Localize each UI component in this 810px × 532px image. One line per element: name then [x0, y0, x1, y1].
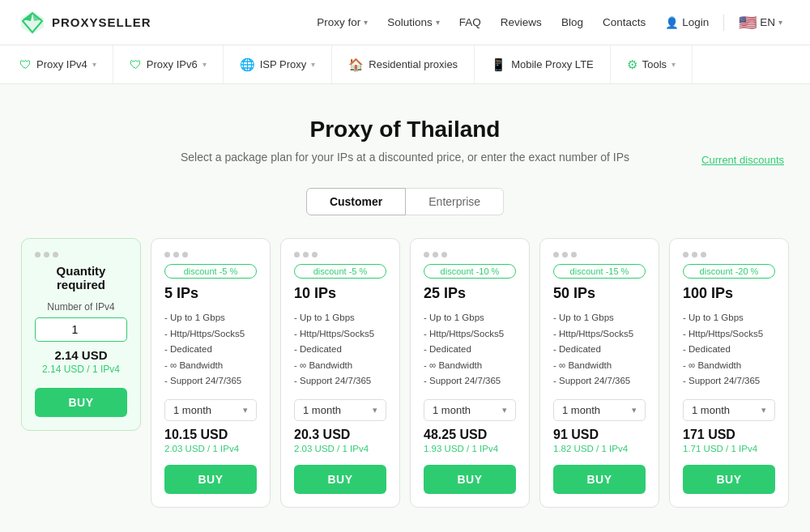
- month-select-2[interactable]: 1 month ▾: [424, 399, 516, 421]
- main-content: Proxy of Thailand Select a package plan …: [0, 84, 810, 532]
- card-ips-title: 25 IPs: [424, 285, 516, 302]
- feature-support: Support 24/7/365: [553, 373, 646, 389]
- pricing-cards-row: Quantity required Number of IPv4 2.14 US…: [19, 238, 791, 508]
- buy-button-qty[interactable]: BUY: [35, 388, 127, 417]
- buy-button-1[interactable]: BUY: [294, 465, 386, 494]
- card-ips-title: 10 IPs: [294, 285, 386, 302]
- dot: [182, 252, 188, 257]
- feature-support: Support 24/7/365: [424, 373, 516, 389]
- feature-bandwidth: - ∞ Bandwidth: [164, 358, 257, 374]
- quantity-price: 2.14 USD: [35, 348, 127, 362]
- logo[interactable]: PROXYSELLER: [19, 10, 151, 36]
- dot: [424, 252, 429, 257]
- dot: [571, 252, 577, 257]
- logo-icon: [19, 10, 45, 36]
- tab-customer[interactable]: Customer: [306, 188, 406, 215]
- dot: [553, 252, 559, 257]
- isp-icon: 🌐: [240, 57, 255, 72]
- feature-speed: Up to 1 Gbps: [424, 310, 516, 326]
- feature-speed: Up to 1 Gbps: [553, 310, 646, 326]
- card-price-3: 91 USD: [553, 428, 646, 442]
- ipv4-label: Number of IPv4: [35, 301, 127, 313]
- nav-blog[interactable]: Blog: [553, 11, 591, 33]
- plan-tabs: Customer Enterprise: [19, 188, 791, 215]
- chevron-down-icon: ▾: [92, 60, 96, 69]
- card-features: Up to 1 Gbps Http/Https/Socks5 Dedicated…: [164, 310, 257, 389]
- feature-speed: Up to 1 Gbps: [683, 310, 775, 326]
- dot: [35, 252, 40, 257]
- pricing-card-5ips: discount -5 % 5 IPs Up to 1 Gbps Http/Ht…: [151, 238, 271, 508]
- month-select-3[interactable]: 1 month ▾: [553, 399, 646, 421]
- residential-icon: 🏠: [348, 57, 364, 72]
- chevron-down-icon: ▾: [436, 18, 440, 27]
- nav-solutions[interactable]: Solutions ▾: [379, 11, 448, 33]
- ipv4-icon: 🛡: [19, 57, 32, 71]
- chevron-down-icon: ▾: [632, 405, 637, 415]
- buy-button-4[interactable]: BUY: [683, 465, 775, 494]
- discount-badge: discount -10 %: [424, 264, 516, 279]
- subnav-proxy-ipv4[interactable]: 🛡 Proxy IPv4 ▾: [19, 45, 113, 83]
- discount-badge: discount -15 %: [553, 264, 646, 279]
- card-price-1: 20.3 USD: [294, 428, 386, 442]
- card-features: Up to 1 Gbps Http/Https/Socks5 Dedicated…: [683, 310, 775, 389]
- subnav-mobile-lte[interactable]: 📱 Mobile Proxy LTE: [475, 45, 611, 83]
- feature-dedicated: Dedicated: [553, 342, 646, 358]
- month-select-1[interactable]: 1 month ▾: [294, 399, 386, 421]
- feature-protocol: Http/Https/Socks5: [294, 326, 386, 343]
- nav-language[interactable]: 🇺🇸 EN ▾: [731, 9, 791, 36]
- top-navigation: PROXYSELLER Proxy for ▾ Solutions ▾ FAQ …: [0, 0, 810, 45]
- card-features: Up to 1 Gbps Http/Https/Socks5 Dedicated…: [424, 310, 516, 389]
- person-icon: 👤: [665, 16, 679, 29]
- subnav-residential[interactable]: 🏠 Residential proxies: [332, 45, 475, 83]
- card-ips-title: 5 IPs: [164, 285, 257, 302]
- subnav-tools[interactable]: ⚙ Tools ▾: [611, 45, 693, 83]
- chevron-down-icon: ▾: [364, 18, 368, 27]
- feature-bandwidth: - ∞ Bandwidth: [553, 358, 646, 374]
- mobile-icon: 📱: [491, 57, 506, 72]
- card-ips-title: 50 IPs: [553, 285, 646, 302]
- card-dots: [553, 252, 646, 257]
- ipv6-icon: 🛡: [130, 57, 142, 71]
- card-price-per-1: 2.03 USD / 1 IPv4: [294, 444, 386, 453]
- dot: [312, 252, 318, 257]
- feature-support: Support 24/7/365: [164, 373, 257, 389]
- chevron-down-icon: ▾: [761, 405, 766, 415]
- card-price-4: 171 USD: [683, 428, 775, 442]
- pricing-card-100ips: discount -20 % 100 IPs Up to 1 Gbps Http…: [669, 238, 789, 508]
- sub-navigation: 🛡 Proxy IPv4 ▾ 🛡 Proxy IPv6 ▾ 🌐 ISP Prox…: [0, 45, 810, 84]
- feature-bandwidth: - ∞ Bandwidth: [424, 358, 516, 374]
- month-select-0[interactable]: 1 month ▾: [164, 399, 257, 421]
- nav-faq[interactable]: FAQ: [451, 11, 489, 33]
- subnav-proxy-ipv6[interactable]: 🛡 Proxy IPv6 ▾: [113, 45, 224, 83]
- buy-button-2[interactable]: BUY: [424, 465, 516, 494]
- card-dots: [424, 252, 516, 257]
- buy-button-3[interactable]: BUY: [553, 465, 646, 494]
- feature-bandwidth: - ∞ Bandwidth: [683, 358, 775, 374]
- buy-button-0[interactable]: BUY: [164, 465, 257, 494]
- quantity-title: Quantity required: [35, 264, 127, 292]
- chevron-down-icon: ▾: [671, 60, 676, 69]
- nav-reviews[interactable]: Reviews: [492, 11, 550, 33]
- feature-dedicated: Dedicated: [294, 342, 386, 358]
- tab-enterprise[interactable]: Enterprise: [406, 188, 504, 215]
- current-discounts-link[interactable]: Current discounts: [701, 154, 791, 166]
- card-dots: [35, 252, 127, 257]
- discount-badge: discount -20 %: [683, 264, 775, 279]
- nav-contacts[interactable]: Contacts: [595, 11, 654, 33]
- logo-text: PROXYSELLER: [52, 15, 151, 29]
- nav-login[interactable]: 👤 Login: [657, 11, 717, 34]
- feature-speed: Up to 1 Gbps: [164, 310, 257, 326]
- card-dots: [683, 252, 775, 257]
- dot: [692, 252, 697, 257]
- quantity-input[interactable]: [35, 317, 127, 342]
- subnav-isp-proxy[interactable]: 🌐 ISP Proxy ▾: [224, 45, 333, 83]
- feature-dedicated: Dedicated: [164, 342, 257, 358]
- dot: [164, 252, 170, 257]
- feature-protocol: Http/Https/Socks5: [424, 326, 516, 343]
- nav-proxy-for[interactable]: Proxy for ▾: [309, 11, 376, 33]
- feature-support: Support 24/7/365: [294, 373, 386, 389]
- month-select-4[interactable]: 1 month ▾: [683, 399, 775, 421]
- card-price-2: 48.25 USD: [424, 428, 516, 442]
- card-features: Up to 1 Gbps Http/Https/Socks5 Dedicated…: [294, 310, 386, 389]
- feature-protocol: Http/Https/Socks5: [164, 326, 257, 343]
